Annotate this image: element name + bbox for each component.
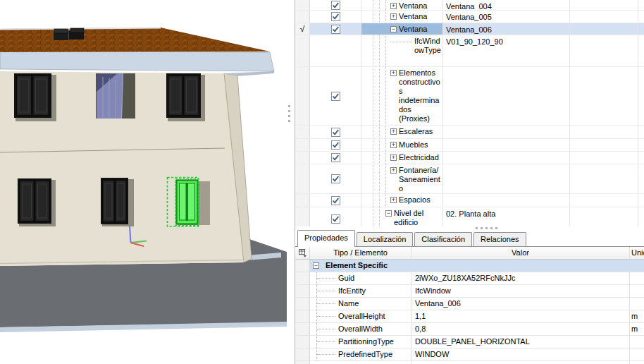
tree-item-label: Electricidad <box>399 153 442 162</box>
tree-item-value: Ventana_005 <box>446 13 492 21</box>
property-unit: m <box>631 312 638 320</box>
tree-item-label: Espacios <box>399 195 442 205</box>
window-lower-left[interactable] <box>18 178 56 226</box>
visibility-checkbox[interactable] <box>331 196 340 205</box>
tree-row[interactable]: +Espacios <box>295 194 644 207</box>
tree-item-value: 02. Planta alta <box>446 210 495 218</box>
property-value: DOUBLE_PANEL_HORIZONTAL <box>415 337 530 346</box>
property-name: PartitioningType <box>338 337 394 346</box>
expand-minus-icon[interactable]: − <box>390 26 397 32</box>
bim-viewer-window: +VentanaVentana_004+VentanaVentana_005√−… <box>0 0 644 364</box>
expand-plus-icon[interactable]: + <box>390 3 397 9</box>
empty-row <box>295 361 644 364</box>
visibility-checkbox[interactable] <box>331 12 340 21</box>
property-name: OverallHeight <box>338 312 385 320</box>
tree-row[interactable]: IfcWindowTypeV01_90_120_90 <box>295 35 644 67</box>
tree-item-label: Ventana <box>399 1 442 10</box>
property-name: PredefinedType <box>338 350 392 358</box>
window-upper-middle-open[interactable] <box>96 73 135 119</box>
tree-row[interactable]: −Nivel del edificio02. Planta alta <box>295 207 644 226</box>
expand-plus-icon[interactable]: + <box>390 167 397 174</box>
property-row[interactable]: Guid2iWXo_ZU18XA52RFcNkJJc <box>295 272 644 285</box>
collapse-icon[interactable]: − <box>313 262 319 269</box>
roof[interactable] <box>0 28 274 76</box>
property-group-row[interactable]: − Element Specific <box>295 260 644 272</box>
expand-plus-icon[interactable]: + <box>390 197 397 203</box>
tab-relaciones[interactable]: Relaciones <box>473 232 526 246</box>
property-row[interactable]: PredefinedTypeWINDOW <box>295 348 644 361</box>
visibility-checkbox[interactable] <box>331 25 340 34</box>
tab-propiedades[interactable]: Propiedades <box>297 230 355 247</box>
property-value: 2iWXo_ZU18XA52RFcNkJJc <box>415 274 515 282</box>
current-row-indicator: √ <box>300 24 305 34</box>
tree-row[interactable]: +Escaleras <box>295 126 644 139</box>
tree-item-value: Ventana_004 <box>446 2 492 10</box>
visibility-checkbox[interactable] <box>331 214 340 224</box>
tree-item-label: Nivel del edificio <box>394 209 442 226</box>
expand-plus-icon[interactable]: + <box>390 142 397 148</box>
tree-row[interactable]: +VentanaVentana_005 <box>295 11 644 23</box>
property-name: IfcEntity <box>338 286 366 295</box>
property-row[interactable]: IfcEntityIfcWindow <box>295 285 644 298</box>
tree-connector <box>390 37 412 42</box>
visibility-checkbox[interactable] <box>331 174 340 183</box>
visibility-checkbox[interactable] <box>331 1 340 10</box>
property-row[interactable]: PartitioningTypeDOUBLE_PANEL_HORIZONTAL <box>295 336 644 348</box>
property-unit: m <box>631 324 638 333</box>
window-lower-middle[interactable] <box>101 178 134 226</box>
expand-minus-icon[interactable]: − <box>385 210 392 217</box>
property-name: Guid <box>338 274 354 282</box>
property-value: 1,1 <box>415 312 426 320</box>
tree-row[interactable]: +VentanaVentana_004 <box>295 0 644 11</box>
column-header-unidad[interactable]: Unid <box>630 247 644 259</box>
property-value: WINDOW <box>415 350 449 358</box>
visibility-checkbox[interactable] <box>331 153 340 162</box>
building-3d-view <box>0 0 287 364</box>
tree-row[interactable]: +Elementos constructivos indeterminados … <box>295 67 644 126</box>
visibility-checkbox[interactable] <box>331 140 340 150</box>
expand-plus-icon[interactable]: + <box>390 154 397 161</box>
tree-item-label: Escaleras <box>399 127 442 136</box>
tree-item-value: V01_90_120_90 <box>446 37 503 46</box>
property-name: Name <box>338 299 359 308</box>
property-row[interactable]: OverallHeight1,1m <box>295 310 644 323</box>
tree-row[interactable]: +Electricidad <box>295 152 644 164</box>
expand-plus-icon[interactable]: + <box>390 13 397 20</box>
properties-table: Tipo / Elemento Valor Unid − Element Spe… <box>295 247 644 364</box>
customize-grid-icon[interactable] <box>298 248 307 257</box>
visibility-checkbox[interactable] <box>331 92 340 101</box>
property-value: Ventana_006 <box>415 299 461 308</box>
property-row[interactable]: NameVentana_006 <box>295 298 644 310</box>
properties-tab-bar: PropiedadesLocalizaciónClasificaciónRela… <box>295 230 644 247</box>
window-upper-right[interactable] <box>166 73 205 121</box>
tree-row[interactable]: +Fontanería/Saneamiento <box>295 164 644 194</box>
property-group-label: Element Specific <box>326 260 388 271</box>
property-name: OverallWidth <box>338 324 383 333</box>
model-tree-panel: +VentanaVentana_004+VentanaVentana_005√−… <box>295 0 644 226</box>
tree-item-label: Ventana <box>399 12 442 21</box>
expand-plus-icon[interactable]: + <box>390 128 397 135</box>
properties-table-header: Tipo / Elemento Valor Unid <box>295 247 644 260</box>
column-header-valor[interactable]: Valor <box>411 247 630 259</box>
property-value: IfcWindow <box>415 286 451 295</box>
tree-item-label: IfcWindowType <box>414 37 442 55</box>
vertical-splitter[interactable] <box>287 0 295 364</box>
tree-item-label: Ventana <box>399 25 442 34</box>
tree-row[interactable]: +Muebles <box>295 139 644 152</box>
expand-plus-icon[interactable]: + <box>390 70 397 76</box>
tab-localizacion[interactable]: Localización <box>357 232 414 246</box>
visibility-checkbox[interactable] <box>331 128 340 137</box>
properties-panel: PropiedadesLocalizaciónClasificaciónRela… <box>295 230 644 364</box>
property-value: 0,8 <box>415 324 426 333</box>
tree-item-label: Fontanería/Saneamiento <box>399 166 442 193</box>
tree-row[interactable]: √−VentanaVentana_006 <box>295 23 644 35</box>
tree-item-label: Elementos constructivos indeterminados (… <box>399 68 442 123</box>
tab-clasificacion[interactable]: Clasificación <box>414 232 472 246</box>
property-row[interactable]: OverallWidth0,8m <box>295 323 644 336</box>
tree-item-value: Ventana_006 <box>446 25 492 34</box>
column-header-tipo-elemento[interactable]: Tipo / Elemento <box>310 247 411 259</box>
window-upper-left[interactable] <box>14 73 56 121</box>
3d-viewport[interactable] <box>0 0 287 364</box>
tree-item-label: Muebles <box>399 140 442 150</box>
